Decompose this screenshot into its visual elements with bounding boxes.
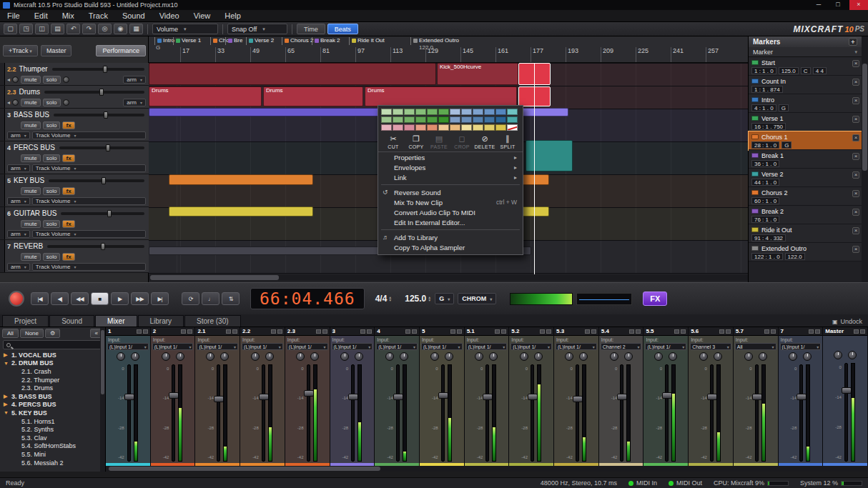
cut-button[interactable]: ✂CUT [383, 134, 404, 149]
strip-menu-icon[interactable] [501, 329, 506, 334]
color-swatch[interactable] [404, 109, 415, 115]
strip-menu-icon[interactable] [591, 329, 596, 334]
strip-collapse-icon[interactable] [809, 329, 814, 334]
color-swatch[interactable] [393, 116, 403, 123]
volume-fader[interactable] [799, 364, 803, 462]
marker-color-chip[interactable] [751, 79, 759, 84]
fader-handle[interactable] [483, 394, 493, 400]
volume-fader[interactable] [710, 364, 714, 462]
menu-mix[interactable]: Mix [55, 11, 82, 21]
strip-collapse-icon[interactable] [540, 329, 545, 334]
automation-select[interactable]: Track Volume [32, 263, 146, 271]
fader-handle[interactable] [752, 394, 762, 400]
color-swatch[interactable] [461, 124, 472, 131]
fx-button[interactable]: fx [62, 220, 74, 228]
pan-knob[interactable] [834, 351, 842, 359]
pan-knob[interactable] [385, 352, 394, 361]
marker-row-intro[interactable]: Intro4 : 1 . 0G× [749, 94, 862, 113]
color-swatch[interactable] [461, 109, 472, 115]
tree-item-3-bass-bus[interactable]: ▶3. BASS BUS [0, 392, 105, 401]
tree-none-button[interactable]: None [20, 329, 44, 338]
fader-handle[interactable] [393, 394, 403, 400]
send-knob[interactable] [669, 352, 677, 361]
tree-item-5-key-bus[interactable]: ▼5. KEY BUS [0, 409, 105, 417]
marker-signature-field[interactable]: 4 4 [813, 67, 827, 74]
marker-key-field[interactable]: C [801, 67, 811, 74]
solo-button[interactable]: solo [43, 253, 61, 261]
mute-button[interactable]: mute [21, 187, 41, 195]
minimize-button[interactable]: ─ [811, 0, 827, 10]
color-swatch[interactable] [473, 124, 483, 131]
menu-item-edit-in-external-editor-[interactable]: Edit In External Editor... [378, 217, 523, 227]
send-knob[interactable] [265, 352, 274, 361]
mixer-strip-drum-bus[interactable]: 2Input:(L)Input 1/0-14-28-42DRUM BUS+ [151, 327, 196, 472]
pan-knob[interactable] [699, 352, 708, 361]
marker-position-field[interactable]: 28 : 1 . 0 [751, 141, 779, 149]
marker-row-verse-1[interactable]: Verse 116 : 1 . 750× [749, 113, 862, 131]
volume-mode-select[interactable]: Volume [152, 24, 218, 34]
strip-collapse-icon[interactable] [405, 329, 410, 334]
fast-forward-button[interactable]: ▶▶ [131, 292, 149, 305]
marker-row-chorus-1[interactable]: Chorus 128 : 1 . 0G× [749, 131, 862, 150]
delete-marker-button[interactable]: × [852, 79, 859, 86]
input-select[interactable]: (L)Input 1/ [780, 343, 822, 350]
copy-button[interactable]: ❐COPY [405, 134, 427, 149]
marker-position-field[interactable]: 44 : 1 . 0 [751, 179, 779, 186]
volume-fader[interactable] [576, 364, 579, 462]
delete-marker-button[interactable]: × [852, 97, 859, 104]
pan-knob[interactable] [12, 99, 19, 106]
color-swatch[interactable] [484, 124, 495, 131]
menu-item-convert-audio-clip-to-midi[interactable]: Convert Audio Clip To MIDI [378, 207, 523, 217]
menu-item-add-to-library[interactable]: Add To Library♬ [378, 232, 523, 242]
arm-select[interactable]: arm [123, 76, 146, 84]
marker-row-verse-2[interactable]: Verse 244 : 1 . 0× [749, 169, 862, 187]
color-swatch[interactable] [495, 109, 506, 115]
undock-button[interactable]: ▣ Undock [832, 318, 862, 327]
fx-button[interactable]: fx [62, 187, 74, 195]
mixer-strip-softhornstabs[interactable]: 5.4Input:Channel 20-14-28-42SoftHornStab… [599, 327, 644, 472]
strip-collapse-icon[interactable] [137, 329, 142, 334]
audio-clip[interactable] [520, 108, 568, 116]
play-button[interactable]: ▶ [111, 292, 129, 305]
pan-knob[interactable] [520, 352, 528, 361]
marker-row-break-1[interactable]: Break 136 : 1 . 0× [749, 150, 862, 169]
input-select[interactable]: (L)Input 1/ [152, 343, 194, 350]
strip-menu-icon[interactable] [232, 329, 237, 334]
section-marker-verse-2[interactable]: Verse 2 [246, 37, 274, 45]
color-swatch[interactable] [507, 109, 518, 115]
strip-menu-icon[interactable] [681, 329, 686, 334]
volume-fader[interactable] [172, 364, 175, 462]
marker-row-extended-outro[interactable]: Extended Outro122 : 1 . 0122.0× [749, 243, 862, 262]
fader-handle[interactable] [124, 394, 134, 400]
input-select[interactable]: (L)Input 1/ [107, 343, 149, 350]
tab-library[interactable]: Library [138, 315, 184, 327]
marker-position-field[interactable]: 36 : 1 . 0 [751, 160, 779, 167]
audio-clip[interactable] [526, 140, 573, 171]
color-swatch[interactable] [473, 116, 483, 123]
marker-row-ride-it-out[interactable]: Ride it Out91 : 4 . 332× [749, 224, 862, 243]
tree-settings-button[interactable]: ⚙ [45, 329, 60, 338]
color-swatch[interactable] [507, 116, 518, 123]
strip-menu-icon[interactable] [815, 329, 820, 334]
volume-fader[interactable] [665, 364, 669, 462]
marker-position-field[interactable]: 16 : 1 . 750 [751, 123, 786, 130]
open-project-icon[interactable]: ◳ [19, 24, 33, 34]
strip-collapse-icon[interactable] [450, 329, 455, 334]
automation-select[interactable]: Track Volume [32, 197, 146, 205]
mute-button[interactable]: mute [21, 253, 41, 261]
color-swatch[interactable] [450, 124, 460, 131]
slider-thumb[interactable] [107, 210, 112, 217]
menu-file[interactable]: File [0, 11, 27, 21]
track-volume-slider[interactable] [61, 212, 144, 215]
track-drums[interactable]: 2.3Drums◂mutesoloarm [0, 86, 149, 109]
fx-button[interactable]: fx [62, 253, 74, 261]
punch-button[interactable]: ⇅ [222, 292, 240, 305]
strip-menu-icon[interactable] [636, 329, 641, 334]
menu-track[interactable]: Track [82, 11, 115, 21]
mixer-horizontal-scrollbar[interactable] [106, 466, 868, 472]
send-knob[interactable] [848, 351, 857, 359]
color-swatch[interactable] [381, 124, 392, 131]
fader-handle[interactable] [304, 390, 314, 397]
menu-item-copy-to-alpha-sampler[interactable]: Copy To Alpha Sampler [378, 242, 523, 252]
mixer-strip-key-bus[interactable]: 5Input:(L)Input 1/0-14-28-42KEY BUS+ [420, 327, 465, 472]
